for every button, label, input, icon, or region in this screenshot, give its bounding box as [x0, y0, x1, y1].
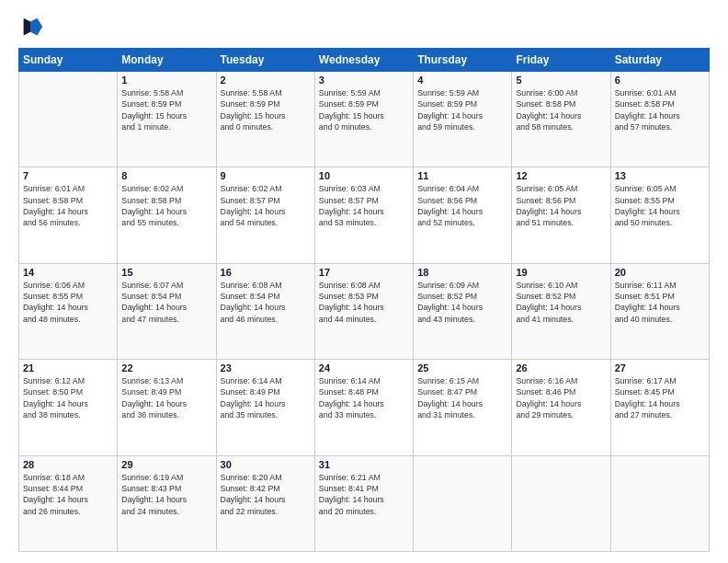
- day-number: 13: [615, 170, 705, 181]
- day-number: 8: [121, 170, 211, 181]
- calendar-cell: [414, 455, 512, 551]
- day-number: 31: [319, 459, 409, 470]
- day-info: Sunrise: 6:07 AMSunset: 8:54 PMDaylight:…: [121, 280, 211, 325]
- day-info: Sunrise: 5:58 AMSunset: 8:59 PMDaylight:…: [221, 87, 311, 132]
- calendar-cell: 19Sunrise: 6:10 AMSunset: 8:52 PMDayligh…: [512, 263, 610, 359]
- weekday-header: Sunday: [19, 49, 118, 72]
- calendar-cell: 27Sunrise: 6:17 AMSunset: 8:45 PMDayligh…: [610, 360, 709, 455]
- calendar-cell: 11Sunrise: 6:04 AMSunset: 8:56 PMDayligh…: [414, 167, 512, 263]
- calendar-week-row: 7Sunrise: 6:01 AMSunset: 8:58 PMDaylight…: [19, 167, 710, 263]
- day-number: 15: [121, 267, 211, 278]
- weekday-header: Monday: [118, 49, 216, 72]
- calendar-cell: 24Sunrise: 6:14 AMSunset: 8:48 PMDayligh…: [314, 360, 413, 455]
- calendar-cell: 21Sunrise: 6:12 AMSunset: 8:50 PMDayligh…: [19, 360, 118, 455]
- day-info: Sunrise: 6:12 AMSunset: 8:50 PMDaylight:…: [23, 375, 113, 420]
- day-info: Sunrise: 6:08 AMSunset: 8:53 PMDaylight:…: [319, 280, 409, 325]
- page: SundayMondayTuesdayWednesdayThursdayFrid…: [0, 0, 728, 563]
- day-number: 24: [319, 362, 409, 373]
- calendar-cell: 15Sunrise: 6:07 AMSunset: 8:54 PMDayligh…: [118, 263, 216, 359]
- calendar-cell: 14Sunrise: 6:06 AMSunset: 8:55 PMDayligh…: [19, 263, 118, 359]
- calendar-cell: 10Sunrise: 6:03 AMSunset: 8:57 PMDayligh…: [314, 167, 413, 263]
- header: [18, 15, 710, 40]
- calendar-cell: 20Sunrise: 6:11 AMSunset: 8:51 PMDayligh…: [610, 263, 709, 359]
- calendar-cell: 25Sunrise: 6:15 AMSunset: 8:47 PMDayligh…: [414, 360, 512, 455]
- day-number: 20: [615, 267, 705, 278]
- day-info: Sunrise: 6:20 AMSunset: 8:42 PMDaylight:…: [221, 472, 311, 517]
- day-number: 28: [23, 459, 113, 470]
- weekday-header: Tuesday: [216, 49, 314, 72]
- calendar-cell: 7Sunrise: 6:01 AMSunset: 8:58 PMDaylight…: [19, 167, 118, 263]
- calendar-cell: 6Sunrise: 6:01 AMSunset: 8:58 PMDaylight…: [610, 72, 709, 167]
- weekday-header: Thursday: [414, 49, 512, 72]
- calendar-cell: 26Sunrise: 6:16 AMSunset: 8:46 PMDayligh…: [512, 360, 610, 455]
- calendar-cell: 31Sunrise: 6:21 AMSunset: 8:41 PMDayligh…: [314, 455, 413, 551]
- day-number: 29: [121, 459, 211, 470]
- weekday-header: Saturday: [610, 49, 709, 72]
- day-number: 19: [516, 267, 606, 278]
- calendar-week-row: 14Sunrise: 6:06 AMSunset: 8:55 PMDayligh…: [19, 263, 710, 359]
- calendar-cell: 9Sunrise: 6:02 AMSunset: 8:57 PMDaylight…: [216, 167, 314, 263]
- day-number: 22: [121, 362, 211, 373]
- day-info: Sunrise: 6:06 AMSunset: 8:55 PMDaylight:…: [23, 280, 113, 325]
- day-number: 6: [615, 75, 705, 86]
- day-info: Sunrise: 6:17 AMSunset: 8:45 PMDaylight:…: [615, 375, 705, 420]
- calendar-header: SundayMondayTuesdayWednesdayThursdayFrid…: [19, 49, 710, 72]
- day-number: 3: [319, 75, 409, 86]
- day-number: 5: [516, 75, 606, 86]
- day-info: Sunrise: 6:11 AMSunset: 8:51 PMDaylight:…: [615, 280, 705, 325]
- day-info: Sunrise: 6:16 AMSunset: 8:46 PMDaylight:…: [516, 375, 606, 420]
- day-number: 14: [23, 267, 113, 278]
- calendar-cell: 4Sunrise: 5:59 AMSunset: 8:59 PMDaylight…: [414, 72, 512, 167]
- day-number: 21: [23, 362, 113, 373]
- day-info: Sunrise: 5:58 AMSunset: 8:59 PMDaylight:…: [121, 87, 211, 132]
- calendar-cell: 13Sunrise: 6:05 AMSunset: 8:55 PMDayligh…: [610, 167, 709, 263]
- calendar-week-row: 28Sunrise: 6:18 AMSunset: 8:44 PMDayligh…: [19, 455, 710, 551]
- calendar-week-row: 21Sunrise: 6:12 AMSunset: 8:50 PMDayligh…: [19, 360, 710, 455]
- day-number: 17: [319, 267, 409, 278]
- weekday-header-row: SundayMondayTuesdayWednesdayThursdayFrid…: [19, 49, 710, 72]
- day-number: 25: [417, 362, 507, 373]
- calendar-cell: 22Sunrise: 6:13 AMSunset: 8:49 PMDayligh…: [118, 360, 216, 455]
- day-info: Sunrise: 6:00 AMSunset: 8:58 PMDaylight:…: [516, 87, 606, 132]
- weekday-header: Friday: [512, 49, 610, 72]
- calendar-cell: 18Sunrise: 6:09 AMSunset: 8:52 PMDayligh…: [414, 263, 512, 359]
- day-info: Sunrise: 6:02 AMSunset: 8:57 PMDaylight:…: [221, 183, 311, 228]
- day-number: 16: [221, 267, 311, 278]
- calendar-cell: 29Sunrise: 6:19 AMSunset: 8:43 PMDayligh…: [118, 455, 216, 551]
- day-number: 11: [417, 170, 507, 181]
- calendar-cell: 16Sunrise: 6:08 AMSunset: 8:54 PMDayligh…: [216, 263, 314, 359]
- day-info: Sunrise: 6:02 AMSunset: 8:58 PMDaylight:…: [121, 183, 211, 228]
- calendar-week-row: 1Sunrise: 5:58 AMSunset: 8:59 PMDaylight…: [19, 72, 710, 167]
- day-info: Sunrise: 5:59 AMSunset: 8:59 PMDaylight:…: [319, 87, 409, 132]
- day-number: 18: [417, 267, 507, 278]
- svg-marker-0: [30, 18, 42, 36]
- day-info: Sunrise: 6:05 AMSunset: 8:55 PMDaylight:…: [615, 183, 705, 228]
- calendar-cell: 5Sunrise: 6:00 AMSunset: 8:58 PMDaylight…: [512, 72, 610, 167]
- logo-icon: [18, 15, 44, 40]
- calendar-cell: 1Sunrise: 5:58 AMSunset: 8:59 PMDaylight…: [118, 72, 216, 167]
- day-number: 26: [516, 362, 606, 373]
- calendar-cell: 23Sunrise: 6:14 AMSunset: 8:49 PMDayligh…: [216, 360, 314, 455]
- weekday-header: Wednesday: [314, 49, 413, 72]
- calendar-cell: [512, 455, 610, 551]
- day-number: 23: [221, 362, 311, 373]
- day-info: Sunrise: 5:59 AMSunset: 8:59 PMDaylight:…: [417, 87, 507, 132]
- day-number: 30: [221, 459, 311, 470]
- day-info: Sunrise: 6:08 AMSunset: 8:54 PMDaylight:…: [221, 280, 311, 325]
- day-info: Sunrise: 6:05 AMSunset: 8:56 PMDaylight:…: [516, 183, 606, 228]
- day-info: Sunrise: 6:21 AMSunset: 8:41 PMDaylight:…: [319, 472, 409, 517]
- day-info: Sunrise: 6:14 AMSunset: 8:48 PMDaylight:…: [319, 375, 409, 420]
- calendar-cell: 2Sunrise: 5:58 AMSunset: 8:59 PMDaylight…: [216, 72, 314, 167]
- calendar-cell: 8Sunrise: 6:02 AMSunset: 8:58 PMDaylight…: [118, 167, 216, 263]
- day-number: 4: [417, 75, 507, 86]
- calendar-cell: [19, 72, 118, 167]
- day-info: Sunrise: 6:18 AMSunset: 8:44 PMDaylight:…: [23, 472, 113, 517]
- logo: [18, 15, 46, 40]
- calendar-cell: 28Sunrise: 6:18 AMSunset: 8:44 PMDayligh…: [19, 455, 118, 551]
- svg-marker-1: [24, 18, 30, 36]
- day-info: Sunrise: 6:04 AMSunset: 8:56 PMDaylight:…: [417, 183, 507, 228]
- day-number: 7: [23, 170, 113, 181]
- day-number: 27: [615, 362, 705, 373]
- day-number: 2: [221, 75, 311, 86]
- calendar-cell: 12Sunrise: 6:05 AMSunset: 8:56 PMDayligh…: [512, 167, 610, 263]
